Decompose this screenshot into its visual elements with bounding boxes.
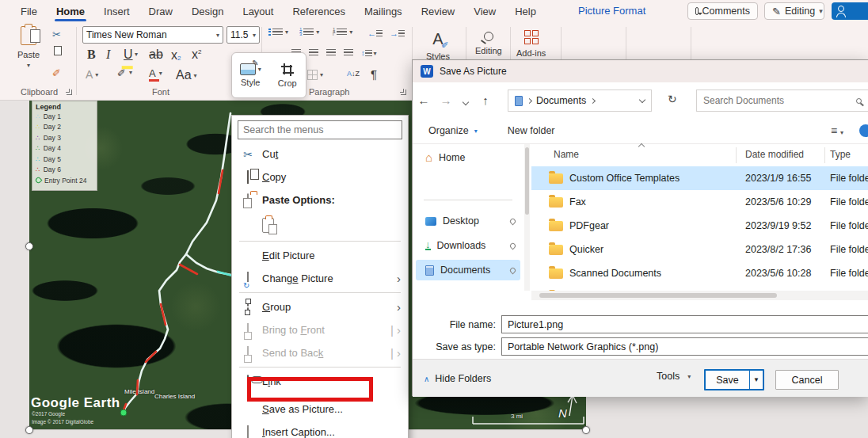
column-type[interactable]: Type (830, 149, 851, 160)
cancel-button[interactable]: Cancel (775, 370, 839, 390)
paste-option-keep-source[interactable] (232, 211, 408, 238)
addins-button[interactable]: Add-ins (516, 30, 546, 58)
refresh-button[interactable]: ↻ (668, 93, 677, 105)
clipboard-dialog-launcher[interactable] (67, 90, 72, 95)
hide-folders-button[interactable]: ∧Hide Folders (424, 373, 491, 384)
file-row-partial[interactable] (531, 285, 868, 291)
text-effects-button[interactable]: A▾ (86, 68, 98, 81)
send-to-back-icon (241, 347, 255, 359)
highlight-color-button[interactable]: ✎▾ (117, 67, 132, 78)
increase-indent-button[interactable]: → (390, 29, 405, 38)
sidebar-item-home[interactable]: ⌂Home (416, 147, 520, 168)
chevron-down-icon[interactable] (639, 96, 645, 102)
style-button[interactable]: ▾ Style (232, 53, 269, 97)
recent-locations-dropdown[interactable] (457, 93, 474, 107)
tab-layout[interactable]: Layout (233, 2, 283, 21)
font-name-combobox[interactable]: Times New Roman▾ (82, 26, 223, 44)
sidebar-item-pictures[interactable]: Pictures (416, 284, 520, 291)
tab-references[interactable]: References (283, 2, 354, 21)
resize-handle-left[interactable] (25, 242, 33, 250)
column-name[interactable]: Name (554, 149, 579, 160)
submenu-arrow-icon: | › (390, 323, 401, 337)
new-folder-button[interactable]: New folder (508, 125, 555, 136)
file-row-quicker[interactable]: Quicker2023/8/2 17:36File folder (531, 238, 868, 261)
tab-review[interactable]: Review (412, 2, 465, 21)
paragraph-dialog-launcher[interactable] (401, 90, 406, 95)
save-button[interactable]: Save▼ (704, 369, 764, 390)
pilcrow-button[interactable]: ¶ (371, 67, 377, 81)
menu-item-copy[interactable]: Copy (232, 166, 408, 189)
font-size-combobox[interactable]: 11.5▾ (227, 26, 260, 44)
file-name-input[interactable] (501, 315, 868, 333)
sidebar-scrollbar[interactable] (524, 144, 530, 291)
file-row-fax[interactable]: Fax2023/5/6 10:29File folder (531, 190, 868, 214)
tab-insert[interactable]: Insert (94, 2, 139, 21)
help-icon-partial[interactable] (859, 124, 868, 137)
italic-button[interactable]: I (106, 48, 110, 62)
editing-button[interactable]: ✎ Editing ▾ (764, 2, 824, 20)
line-spacing-button[interactable]: ↕▾ (361, 49, 377, 57)
tab-help[interactable]: Help (505, 2, 546, 21)
menu-item-change-picture[interactable]: Change Picture› (232, 267, 408, 290)
forward-button[interactable]: → (435, 93, 457, 107)
font-color-button[interactable]: A▾ (149, 67, 162, 79)
save-split-dropdown[interactable]: ▼ (749, 371, 763, 389)
tab-picture-format[interactable]: Picture Format (578, 0, 645, 22)
tools-dropdown[interactable]: Tools▾ (657, 371, 691, 382)
up-button[interactable]: ↑ (474, 93, 497, 107)
multilevel-list-button[interactable]: 1ai▾ (333, 29, 352, 36)
resize-handle-bottom-right[interactable] (582, 426, 590, 434)
breadcrumb-item[interactable]: Documents (536, 95, 586, 106)
tab-mailings[interactable]: Mailings (355, 2, 412, 21)
superscript-button[interactable]: x2 (192, 48, 201, 62)
tab-design[interactable]: Design (182, 2, 233, 21)
file-row-scanned-documents[interactable]: Scanned Documents2023/5/6 10:28File fold… (531, 261, 868, 285)
decrease-indent-button[interactable]: ← (367, 29, 383, 38)
tab-file[interactable]: File (11, 2, 47, 21)
sidebar-item-desktop[interactable]: Desktop (416, 211, 520, 231)
tab-draw[interactable]: Draw (139, 2, 182, 21)
sidebar-item-downloads[interactable]: ↓Downloads (416, 235, 520, 256)
underline-dropdown[interactable]: ▾ (135, 51, 138, 58)
bold-button[interactable]: B (87, 48, 96, 62)
resize-handle-bottom-left[interactable] (25, 426, 33, 434)
copy-button[interactable] (54, 46, 62, 55)
underline-button[interactable]: U (124, 48, 133, 62)
format-painter-button[interactable]: ✎ (52, 67, 61, 78)
file-row-pdfgear[interactable]: PDFgear2023/9/19 9:52File folder (531, 214, 868, 238)
organize-dropdown[interactable]: Organize▾ (428, 125, 478, 136)
cut-button[interactable]: ✂ (52, 29, 61, 40)
menu-search-input[interactable] (238, 120, 402, 139)
menu-item-edit-picture[interactable]: Edit Picture (232, 244, 408, 267)
subscript-button[interactable]: x2 (171, 48, 181, 63)
comments-button[interactable]: Comments (687, 2, 758, 20)
crop-button[interactable]: Crop (269, 53, 306, 97)
tab-home[interactable]: Home (47, 2, 94, 21)
column-date-modified[interactable]: Date modified (745, 149, 804, 160)
numbering-button[interactable]: 123▾ (299, 29, 319, 36)
change-case-button[interactable]: Aa▾ (176, 68, 197, 82)
align-right-button[interactable] (326, 49, 336, 56)
dialog-search-box[interactable]: Search Documents (696, 90, 868, 112)
save-as-type-select[interactable] (501, 337, 868, 356)
sort-button[interactable]: A↓Z (347, 70, 360, 78)
menu-item-group[interactable]: Group› (232, 295, 408, 318)
file-list-scrollbar[interactable] (531, 291, 868, 300)
tab-view[interactable]: View (464, 2, 505, 21)
borders-button[interactable]: ▾ (307, 70, 323, 80)
breadcrumb[interactable]: Documents (508, 90, 652, 112)
menu-item-insert-caption[interactable]: Insert Caption... (232, 421, 408, 438)
back-button[interactable]: ← (413, 93, 435, 107)
file-row-custom-office-templates[interactable]: Custom Office Templates2023/1/9 16:55Fil… (531, 166, 868, 190)
ribbon-editing-button[interactable]: Editing (475, 32, 502, 55)
bullets-button[interactable]: ▾ (268, 29, 288, 36)
menu-item-cut[interactable]: ✂Cut (232, 143, 408, 166)
view-mode-button[interactable]: ≡ ▾ (831, 124, 843, 137)
justify-button[interactable] (344, 49, 353, 56)
align-center-button[interactable] (309, 49, 318, 56)
strikethrough-button[interactable]: ab (149, 48, 163, 62)
paste-button[interactable]: Paste ▾ (17, 26, 40, 69)
styles-button[interactable]: A✎ Styles (426, 30, 450, 61)
sidebar-item-documents[interactable]: Documents (416, 260, 520, 280)
share-button-partial[interactable] (832, 2, 868, 20)
